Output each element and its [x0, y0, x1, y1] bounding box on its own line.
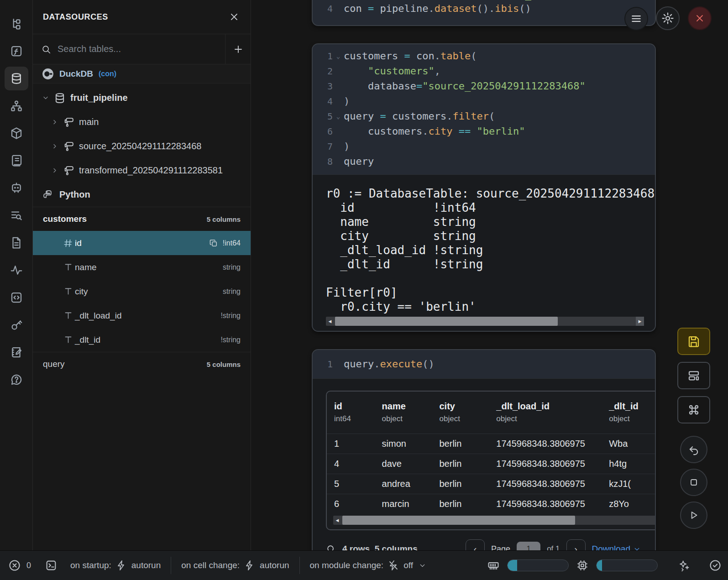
code-line[interactable]: 1 ⌄ customers = con.table(: [313, 48, 655, 63]
setting-label: on module change:: [310, 560, 384, 570]
download-link[interactable]: Download: [592, 544, 641, 550]
python-section[interactable]: Python: [33, 183, 251, 207]
code-line[interactable]: 4 con = pipeline.dataset().ibis(): [313, 1, 655, 16]
copy-icon[interactable]: [209, 239, 218, 248]
layout-button[interactable]: [677, 362, 710, 389]
table-header-cell[interactable]: cityobject: [432, 392, 489, 434]
schema-icon: [63, 141, 74, 152]
column-item-city[interactable]: city string: [33, 279, 251, 303]
statusbar-setting[interactable]: on module change: off: [310, 560, 426, 571]
activity-bar-item-key[interactable]: [5, 313, 28, 337]
code-line[interactable]: 6 customers.city == "berlin": [313, 124, 655, 139]
search-input[interactable]: [58, 44, 217, 54]
activity-bar-item-list-search[interactable]: [5, 204, 28, 227]
undo-button[interactable]: [680, 436, 707, 463]
activity-bar-item-logs[interactable]: [5, 149, 28, 172]
table-header-cell[interactable]: _dlt_idobject: [602, 392, 656, 434]
command-palette-button[interactable]: [677, 396, 710, 423]
chevron-right-icon[interactable]: [51, 142, 58, 150]
statusbar-setting[interactable]: on cell change: autorun: [181, 560, 289, 571]
search-icon[interactable]: [326, 544, 336, 550]
errors-indicator[interactable]: 0: [8, 559, 31, 572]
ai-sparkles-icon[interactable]: [678, 559, 691, 572]
column-item-name[interactable]: name string: [33, 255, 251, 279]
table-header-cell[interactable]: idint64: [327, 392, 375, 434]
column-item-_dlt_id[interactable]: _dlt_id !string: [33, 328, 251, 352]
horizontal-scrollbar[interactable]: ◄ ►: [326, 317, 644, 326]
activity-bar-item-code-snippet[interactable]: [5, 286, 28, 309]
code-line[interactable]: 3 database="source_202504291112283468": [313, 78, 655, 94]
activity-bar-item-database[interactable]: [5, 67, 28, 90]
activity-bar-item-document[interactable]: [5, 231, 28, 255]
code-cell-3[interactable]: 1 query.execute() idint64 nameobject cit…: [312, 349, 656, 550]
column-item-id[interactable]: id !int64: [33, 231, 251, 255]
fold-chevron-icon[interactable]: ⌄: [333, 113, 344, 120]
activity-bar-item-help[interactable]: [5, 368, 28, 392]
scroll-left-arrow-icon[interactable]: ◄: [326, 317, 334, 326]
code-line[interactable]: 2 "customers",: [313, 63, 655, 78]
save-button[interactable]: [677, 328, 710, 355]
activity-bar-item-ai-chat[interactable]: [5, 176, 28, 200]
code-line[interactable]: 1 query.execute(): [313, 356, 655, 371]
scroll-right-arrow-icon[interactable]: ►: [636, 317, 644, 326]
activity-bar-item-dependency-graph[interactable]: [5, 94, 28, 118]
table-columns-count: 5 columns: [207, 215, 241, 223]
table-row[interactable]: 5andreaberlin1745968348.3806975kzJ1(: [327, 474, 656, 494]
line-number: 7: [313, 141, 333, 152]
activity-bar-item-file-tree[interactable]: [5, 12, 28, 36]
run-button[interactable]: [680, 502, 707, 529]
scroll-left-arrow-icon[interactable]: ◄: [333, 516, 341, 525]
activity-bar-item-package[interactable]: [5, 121, 28, 145]
settings-button[interactable]: [656, 6, 680, 30]
activity-bar-item-function[interactable]: [5, 39, 28, 63]
chevron-right-icon[interactable]: [51, 118, 58, 126]
table-cell: andrea: [375, 474, 432, 494]
function-icon: [10, 44, 23, 58]
table-item-customers[interactable]: customers 5 columns: [33, 207, 251, 231]
fold-chevron-icon[interactable]: ⌄: [333, 52, 344, 60]
stop-button[interactable]: [680, 469, 707, 496]
table-cell: 6: [327, 494, 375, 514]
tree-item-schema[interactable]: source_202504291112283468: [33, 134, 251, 158]
terminal-button[interactable]: [45, 559, 58, 572]
type-text-icon: [61, 335, 75, 345]
code-line[interactable]: 8 query: [313, 154, 655, 169]
statusbar-setting[interactable]: on startup: autorun: [70, 560, 161, 571]
column-dtype: !string: [220, 312, 241, 320]
tree-item-schema[interactable]: transformed_202504291112283581: [33, 158, 251, 183]
notebook-menu-button[interactable]: [624, 7, 648, 31]
table-row[interactable]: 4daveberlin1745968348.3806975h4tg: [327, 454, 656, 474]
scrollbar-thumb[interactable]: [342, 516, 575, 525]
tree-item-database[interactable]: fruit_pipeline: [33, 86, 251, 110]
code-cell-1[interactable]: pipeline = dlt.pipeline("fruit_pipeline"…: [312, 0, 656, 26]
memory-icon: [487, 559, 500, 572]
page-number-select[interactable]: 1: [517, 542, 540, 550]
code-line[interactable]: 5 ⌄ query = customers.filter(: [313, 109, 655, 124]
table-header-cell[interactable]: nameobject: [375, 392, 432, 434]
code-cell-2[interactable]: 1 ⌄ customers = con.table( 2 "customers"…: [312, 43, 656, 332]
chevron-right-icon[interactable]: [51, 167, 58, 174]
column-item-_dlt_load_id[interactable]: _dlt_load_id !string: [33, 303, 251, 328]
scrollbar-thumb[interactable]: [335, 317, 558, 326]
connection-row[interactable]: DuckDB (con): [33, 64, 251, 84]
previous-page-button[interactable]: ‹: [466, 539, 485, 550]
page-label: Page: [491, 544, 510, 551]
connection-status-check-icon[interactable]: [709, 559, 722, 572]
table-row[interactable]: 1simonberlin1745968348.3806975Wba: [327, 434, 656, 454]
table-row[interactable]: 6marcinberlin1745968348.3806975z8Yo: [327, 494, 656, 514]
code-line[interactable]: 4 ): [313, 94, 655, 109]
table-horizontal-scrollbar[interactable]: ◄ ►: [333, 516, 656, 525]
chevron-down-icon[interactable]: [42, 94, 49, 102]
tree-item-schema[interactable]: main: [33, 110, 251, 134]
code-line[interactable]: 7 ): [313, 139, 655, 154]
activity-bar-item-activity[interactable]: [5, 258, 28, 282]
table-item-query[interactable]: query 5 columns: [33, 352, 251, 376]
table-header-cell[interactable]: _dlt_load_idobject: [489, 392, 602, 434]
add-datasource-button[interactable]: [225, 34, 251, 64]
close-icon[interactable]: [229, 11, 240, 22]
activity-bar-item-scratchpad[interactable]: [5, 340, 28, 364]
python-section-label: Python: [59, 189, 90, 200]
shutdown-button[interactable]: [688, 6, 712, 30]
connection-engine: DuckDB: [59, 69, 93, 79]
next-page-button[interactable]: ›: [566, 539, 586, 550]
